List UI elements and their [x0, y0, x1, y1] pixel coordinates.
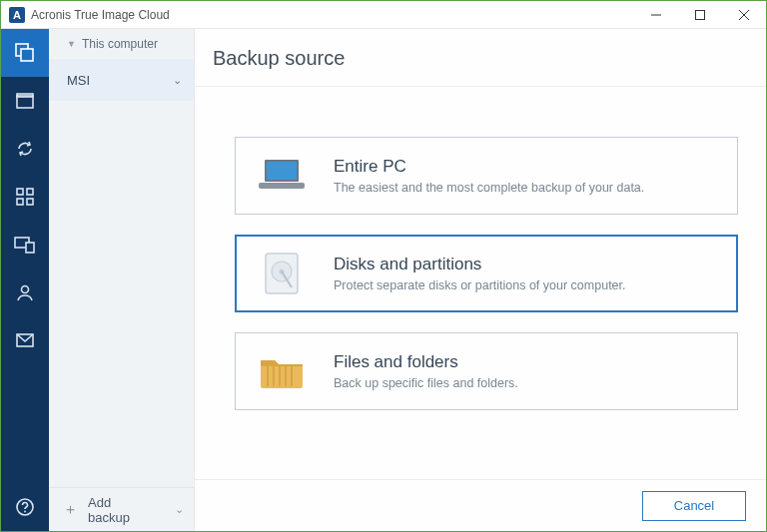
- svg-point-14: [22, 286, 29, 293]
- nav-sync[interactable]: [1, 125, 49, 173]
- nav-messages[interactable]: [1, 316, 49, 364]
- sidebar-item-label: MSI: [67, 73, 90, 88]
- footer: Cancel: [195, 479, 766, 531]
- grid-icon: [16, 188, 34, 206]
- chevron-down-icon: ⌄: [175, 503, 184, 516]
- svg-rect-1: [696, 10, 705, 19]
- option-disks-partitions[interactable]: Disks and partitions Protect separate di…: [235, 235, 738, 312]
- option-title: Disks and partitions: [334, 255, 626, 274]
- mail-icon: [15, 330, 35, 350]
- main-panel: Backup source Entire PC The easiest and …: [195, 29, 766, 531]
- archive-icon: [15, 91, 35, 111]
- sidebar: ▼ This computer MSI ⌄ ＋ Add backup ⌄: [49, 29, 195, 531]
- svg-rect-8: [17, 189, 23, 195]
- options-list: Entire PC The easiest and the most compl…: [195, 87, 766, 479]
- svg-rect-9: [27, 189, 33, 195]
- sidebar-group[interactable]: ▼ This computer: [49, 29, 194, 59]
- devices-icon: [14, 235, 36, 255]
- add-backup-label: Add backup: [88, 495, 155, 525]
- sidebar-group-label: This computer: [82, 37, 158, 51]
- sidebar-item-device[interactable]: MSI ⌄: [49, 59, 194, 101]
- svg-rect-10: [17, 199, 23, 205]
- plus-icon: ＋: [63, 500, 78, 519]
- option-title: Files and folders: [334, 352, 518, 372]
- disk-icon: [254, 250, 310, 297]
- chevron-down-icon: ⌄: [173, 74, 182, 87]
- person-icon: [15, 282, 35, 302]
- nav-backup[interactable]: [1, 29, 49, 77]
- help-icon: [15, 497, 35, 517]
- maximize-icon: [695, 10, 705, 20]
- svg-rect-27: [279, 366, 281, 386]
- nav-rail: [1, 29, 49, 531]
- nav-dashboard[interactable]: [1, 173, 49, 221]
- svg-rect-29: [291, 366, 293, 386]
- window-maximize-button[interactable]: [678, 1, 722, 29]
- svg-rect-11: [27, 199, 33, 205]
- laptop-icon: [254, 152, 310, 200]
- window-minimize-button[interactable]: [634, 1, 678, 29]
- svg-rect-6: [17, 96, 33, 108]
- folder-icon: [254, 347, 310, 395]
- cancel-button[interactable]: Cancel: [642, 491, 746, 521]
- triangle-down-icon: ▼: [67, 39, 76, 49]
- svg-rect-20: [259, 183, 305, 189]
- app-window: A Acronis True Image Cloud: [0, 0, 767, 532]
- svg-rect-25: [267, 366, 269, 386]
- app-icon: A: [9, 7, 25, 23]
- option-entire-pc[interactable]: Entire PC The easiest and the most compl…: [235, 137, 738, 215]
- svg-rect-26: [273, 366, 275, 386]
- add-backup-button[interactable]: ＋ Add backup ⌄: [49, 487, 194, 531]
- nav-devices[interactable]: [1, 221, 49, 268]
- option-desc: The easiest and the most complete backup…: [334, 181, 644, 195]
- nav-archive[interactable]: [1, 77, 49, 125]
- main-header: Backup source: [195, 29, 766, 87]
- window-close-button[interactable]: [722, 1, 766, 29]
- backup-icon: [14, 42, 36, 64]
- nav-account[interactable]: [1, 268, 49, 316]
- title-bar: A Acronis True Image Cloud: [1, 1, 766, 29]
- page-title: Backup source: [213, 47, 766, 70]
- option-desc: Protect separate disks or partitions of …: [334, 278, 626, 292]
- svg-point-17: [24, 511, 26, 513]
- minimize-icon: [651, 10, 661, 20]
- svg-rect-28: [285, 366, 287, 386]
- svg-point-16: [17, 499, 33, 515]
- option-files-folders[interactable]: Files and folders Back up specific files…: [235, 332, 738, 410]
- option-desc: Back up specific files and folders.: [334, 376, 518, 390]
- svg-rect-13: [26, 243, 34, 253]
- nav-help[interactable]: [1, 483, 49, 531]
- svg-rect-5: [21, 49, 33, 61]
- sync-icon: [15, 139, 35, 159]
- app-title: Acronis True Image Cloud: [31, 8, 170, 22]
- svg-rect-19: [267, 162, 297, 180]
- close-icon: [739, 10, 749, 20]
- option-title: Entire PC: [334, 157, 644, 177]
